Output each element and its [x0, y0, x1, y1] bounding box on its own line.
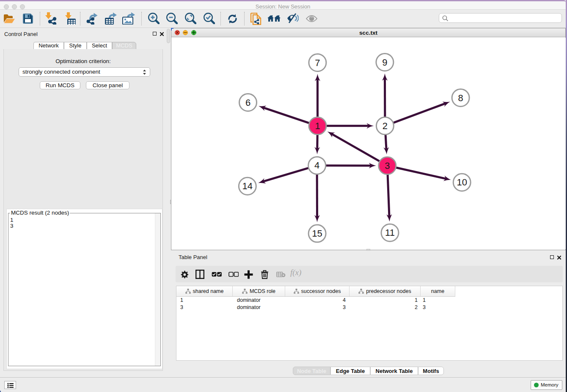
- svg-text:6: 6: [245, 97, 250, 108]
- svg-text:1: 1: [315, 121, 320, 131]
- svg-text:4: 4: [314, 160, 319, 171]
- svg-text:8: 8: [458, 93, 463, 103]
- svg-text:10: 10: [457, 177, 467, 188]
- svg-text:14: 14: [242, 181, 253, 191]
- svg-text:2: 2: [383, 121, 388, 131]
- svg-text:7: 7: [315, 58, 320, 68]
- svg-text:3: 3: [385, 160, 390, 171]
- svg-text:9: 9: [382, 57, 387, 68]
- svg-text:15: 15: [312, 228, 322, 239]
- svg-text:11: 11: [385, 227, 395, 238]
